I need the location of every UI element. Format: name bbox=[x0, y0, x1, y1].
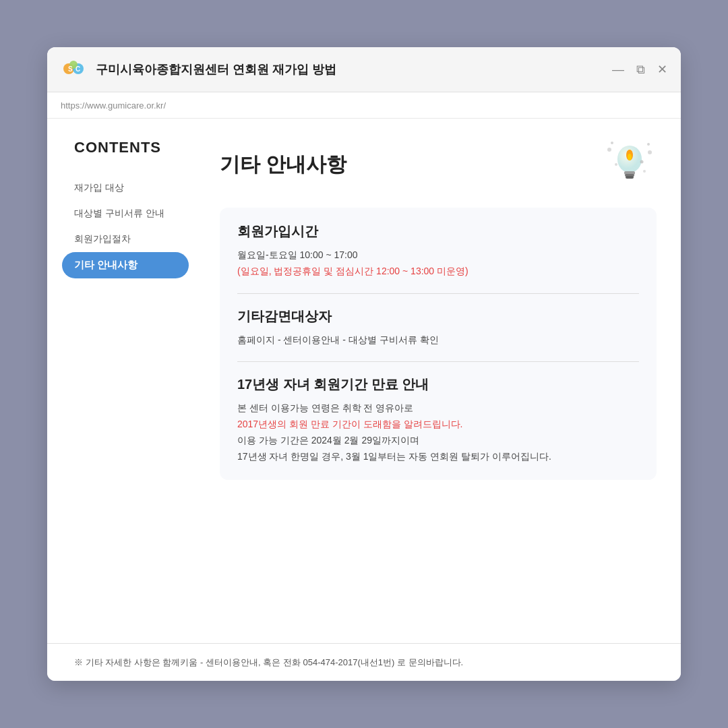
page-title: 기타 안내사항 bbox=[220, 151, 346, 179]
svg-point-17 bbox=[615, 163, 617, 166]
section-2-line-0: 본 센터 이용가능 연령은 취학 전 영유아로 bbox=[237, 400, 639, 417]
restore-button[interactable]: ⧉ bbox=[636, 63, 645, 77]
url-text: https://www.gumicare.or.kr/ bbox=[61, 100, 166, 111]
address-bar[interactable]: https://www.gumicare.or.kr/ bbox=[47, 92, 681, 119]
close-button[interactable]: ✕ bbox=[657, 62, 667, 77]
info-section-0: 회원가입시간 월요일-토요일 10:00 ~ 17:00 (일요일, 법정공휴일… bbox=[237, 222, 639, 294]
sidebar-item-3-active[interactable]: 기타 안내사항 bbox=[62, 252, 189, 278]
footer: ※ 기타 자세한 사항은 함께키움 - 센터이용안내, 혹은 전화 054-47… bbox=[47, 643, 681, 681]
page-header: 기타 안내사항 bbox=[220, 138, 657, 191]
section-1-title: 기타감면대상자 bbox=[237, 307, 639, 326]
title-bar: S C 구미시육아종합지원센터 연회원 재가입 방법 — ⧉ ✕ bbox=[47, 47, 681, 92]
section-1-line-0: 홈페이지 - 센터이용안내 - 대상별 구비서류 확인 bbox=[237, 332, 639, 348]
svg-point-6 bbox=[648, 150, 652, 154]
svg-rect-13 bbox=[626, 176, 634, 179]
svg-point-5 bbox=[607, 148, 611, 152]
svg-point-8 bbox=[611, 142, 613, 144]
main-content: CONTENTS 재가입 대상 대상별 구비서류 안내 회원가입절차 기타 안내… bbox=[47, 119, 681, 643]
section-0-title: 회원가입시간 bbox=[237, 222, 639, 241]
minimize-button[interactable]: — bbox=[612, 63, 624, 77]
sidebar-item-0[interactable]: 재가입 대상 bbox=[74, 175, 182, 201]
window-controls: — ⧉ ✕ bbox=[612, 62, 667, 77]
site-logo: S C bbox=[61, 57, 86, 82]
svg-point-15 bbox=[628, 154, 632, 160]
svg-point-18 bbox=[643, 170, 646, 173]
footer-text: ※ 기타 자세한 사항은 함께키움 - 센터이용안내, 혹은 전화 054-47… bbox=[74, 657, 463, 667]
info-section-1: 기타감면대상자 홈페이지 - 센터이용안내 - 대상별 구비서류 확인 bbox=[237, 294, 639, 363]
sidebar: CONTENTS 재가입 대상 대상별 구비서류 안내 회원가입절차 기타 안내… bbox=[47, 119, 195, 643]
browser-window: S C 구미시육아종합지원센터 연회원 재가입 방법 — ⧉ ✕ https:/… bbox=[47, 47, 681, 681]
content-area: 기타 안내사항 bbox=[195, 119, 681, 643]
svg-point-7 bbox=[647, 143, 650, 146]
sidebar-item-1[interactable]: 대상별 구비서류 안내 bbox=[74, 201, 182, 226]
info-section-2: 17년생 자녀 회원기간 만료 안내 본 센터 이용가능 연령은 취학 전 영유… bbox=[237, 362, 639, 464]
sidebar-heading: CONTENTS bbox=[74, 139, 182, 156]
sidebar-item-2[interactable]: 회원가입절차 bbox=[74, 226, 182, 252]
bulb-icon bbox=[603, 138, 657, 191]
window-title: 구미시육아종합지원센터 연회원 재가입 방법 bbox=[96, 61, 603, 78]
info-card: 회원가입시간 월요일-토요일 10:00 ~ 17:00 (일요일, 법정공휴일… bbox=[220, 208, 657, 480]
svg-text:S: S bbox=[68, 65, 73, 73]
section-0-line-1: (일요일, 법정공휴일 및 점심시간 12:00 ~ 13:00 미운영) bbox=[237, 264, 639, 280]
svg-point-16 bbox=[640, 160, 644, 164]
section-2-line-2: 이용 가능 기간은 2024월 2월 29일까지이며 bbox=[237, 433, 639, 449]
section-0-line-0: 월요일-토요일 10:00 ~ 17:00 bbox=[237, 247, 639, 264]
section-2-line-3: 17년생 자녀 한명일 경우, 3월 1일부터는 자동 연회원 탈퇴가 이루어집… bbox=[237, 449, 639, 465]
section-2-title: 17년생 자녀 회원기간 만료 안내 bbox=[237, 375, 639, 394]
section-2-line-1: 2017년생의 회원 만료 기간이 도래함을 알려드립니다. bbox=[237, 417, 639, 433]
svg-text:C: C bbox=[75, 65, 80, 73]
